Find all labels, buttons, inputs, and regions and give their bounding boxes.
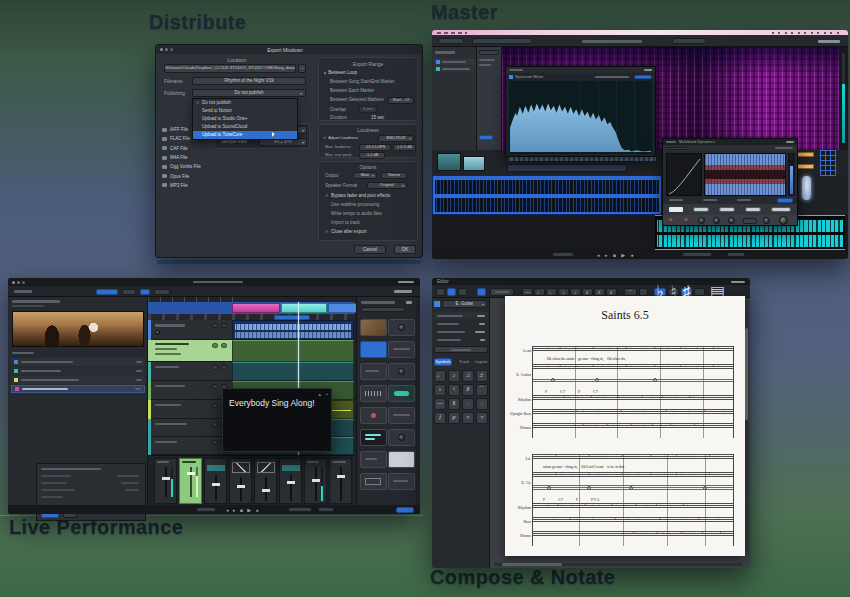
channel-strip[interactable]: [229, 458, 252, 504]
palette-cell-toggle[interactable]: [388, 385, 415, 402]
staff-eguitar-tab[interactable]: [533, 377, 733, 384]
output-mode[interactable]: Stereo: [381, 172, 407, 179]
setlist-item[interactable]: [11, 376, 145, 384]
sidebar-row[interactable]: [434, 328, 488, 335]
view-icons[interactable]: [394, 290, 412, 293]
instrument-region[interactable]: [232, 340, 354, 362]
palette-search[interactable]: [361, 307, 405, 312]
palette-cell[interactable]: [388, 363, 415, 380]
time-display[interactable]: [196, 507, 216, 512]
note-duration-button[interactable]: ♩: [546, 288, 557, 296]
symbol-button[interactable]: ♬: [476, 370, 488, 382]
channel-strip[interactable]: [204, 458, 227, 504]
speaker-format-select[interactable]: Original▾: [367, 182, 407, 189]
markers-range-select[interactable]: Start - #2: [388, 97, 414, 104]
loop-button[interactable]: [727, 252, 745, 257]
tuplet-button[interactable]: [694, 288, 705, 296]
format-item[interactable]: Ogg Vorbis File: [162, 162, 212, 171]
radio-between-loop[interactable]: ●Between Loop: [324, 70, 357, 75]
symbol-button[interactable]: f: [434, 412, 446, 424]
clip-thumbnail[interactable]: [463, 156, 485, 171]
track-header[interactable]: [148, 362, 232, 381]
release-knob[interactable]: [713, 217, 720, 224]
filename-field[interactable]: Rhythm of the Night V19: [192, 77, 306, 85]
palette-cell-photo[interactable]: [360, 319, 387, 336]
window-titlebar[interactable]: Editor: [432, 278, 750, 285]
time-display[interactable]: [682, 252, 712, 257]
scrollbar-thumb[interactable]: [745, 328, 748, 420]
toolbar-menu[interactable]: [14, 290, 32, 293]
symbol-button[interactable]: ♮: [448, 384, 460, 396]
tie-button[interactable]: ⌒: [624, 288, 637, 296]
track-header[interactable]: [148, 400, 232, 419]
tempo-display[interactable]: [288, 507, 312, 512]
note-duration-button[interactable]: ♪: [570, 288, 581, 296]
palette-cell[interactable]: [388, 429, 415, 446]
arranger-section-pink[interactable]: [232, 303, 280, 313]
symbol-button[interactable]: ♭: [434, 384, 446, 396]
close-icon[interactable]: [644, 69, 652, 71]
symbol-button[interactable]: —: [434, 398, 446, 410]
note-duration-button[interactable]: ♬: [582, 288, 593, 296]
meter-options[interactable]: [595, 76, 629, 78]
flat-button[interactable]: ♭: [654, 288, 666, 296]
fader-cap[interactable]: [162, 477, 170, 480]
note-duration-button[interactable]: ♩: [534, 288, 545, 296]
menu-item[interactable]: ✓Do not publish: [193, 99, 297, 107]
tempo-chip[interactable]: [154, 289, 170, 295]
menu-item[interactable]: Upload to Studio One+: [193, 115, 297, 123]
fader-cap[interactable]: [212, 483, 220, 486]
band-button[interactable]: [693, 207, 709, 212]
solo-button[interactable]: [221, 343, 227, 348]
window-titlebar[interactable]: [8, 278, 420, 286]
palette-menu-icon[interactable]: [406, 301, 412, 304]
clip-thumbnail[interactable]: [437, 153, 461, 171]
stop-button[interactable]: [122, 289, 136, 295]
radio-selected-markers[interactable]: Between Selected Markers: [330, 97, 388, 102]
export-path-field[interactable]: /Volumes/Clouds/Dropbox/_CLOUD STUDIO/_S…: [164, 64, 296, 73]
mode-chip[interactable]: [743, 218, 757, 224]
play-mode-button[interactable]: [96, 289, 118, 295]
mute-button[interactable]: [212, 365, 218, 370]
dot-button[interactable]: [639, 288, 648, 296]
score-page[interactable]: Saints 6.5 Lead ♩ ♪♩ ♩ ♪ ♩♩ ♪♩ ♩ ♪ ♩ ♪♩ …: [505, 296, 745, 556]
fader-cap[interactable]: [187, 472, 195, 475]
threshold-knob[interactable]: [668, 217, 675, 224]
audio-region[interactable]: [232, 320, 354, 340]
tab-symbols[interactable]: Symbols: [434, 358, 452, 366]
preset-select[interactable]: [666, 147, 688, 151]
fader-cap[interactable]: [262, 489, 270, 492]
solo-button[interactable]: [221, 365, 227, 370]
palette-cell[interactable]: [360, 385, 387, 402]
symbol-button[interactable]: ⌒: [476, 384, 488, 396]
ratio-knob[interactable]: [683, 217, 690, 224]
menu-item[interactable]: Send to Notion: [193, 107, 297, 115]
option-check[interactable]: Write tempo to audio files: [325, 211, 382, 216]
symbol-button[interactable]: ·: [462, 398, 474, 410]
loudness-tolerance[interactable]: ± 0.5 dB: [393, 144, 416, 151]
track-header[interactable]: [148, 320, 232, 340]
inspector-chip[interactable]: [479, 50, 499, 55]
option-check[interactable]: Import to track: [325, 220, 360, 225]
sidebar-row[interactable]: [434, 320, 488, 327]
vertical-scrollbar[interactable]: [745, 300, 749, 552]
channel-strip-selected[interactable]: [179, 458, 202, 504]
channel-strip[interactable]: [304, 458, 327, 504]
panic-button[interactable]: [396, 507, 414, 513]
palette-cell-button[interactable]: [388, 451, 415, 468]
audio-region[interactable]: [232, 362, 354, 381]
band-button[interactable]: [745, 207, 761, 212]
dynamics-curve-display[interactable]: [666, 153, 702, 196]
mute-button[interactable]: [212, 323, 218, 328]
setlist-item[interactable]: [11, 367, 145, 375]
radio-song-markers[interactable]: Between Song Start/End Marker: [330, 79, 395, 84]
ok-button[interactable]: OK: [394, 245, 416, 254]
transport-buttons[interactable]: ◂ ▸ ■ ▶ ●: [226, 507, 260, 513]
close-icon[interactable]: [12, 281, 15, 284]
plugin-header-icons[interactable]: [509, 69, 523, 71]
gain-reduction-display[interactable]: [704, 153, 786, 196]
adjust-loudness-check[interactable]: ✓Adjust Loudness: [323, 136, 358, 141]
instrument-select[interactable]: E. Guitar▾: [442, 300, 487, 308]
fader-cap[interactable]: [287, 481, 295, 484]
channel-strip[interactable]: [254, 458, 277, 504]
